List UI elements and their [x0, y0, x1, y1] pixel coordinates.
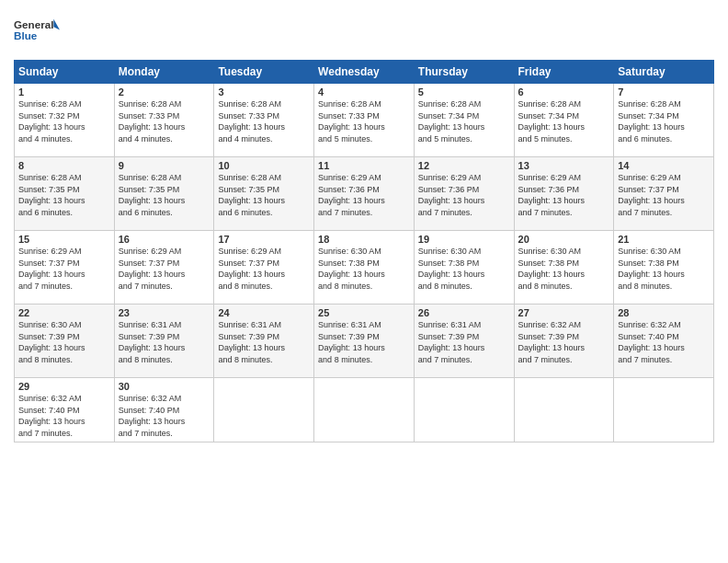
daylight-label: Daylight: 13 hours: [18, 196, 85, 205]
daylight-label: Daylight: 13 hours: [418, 122, 485, 132]
day-info: Sunrise: 6:30 AM Sunset: 7:38 PM Dayligh…: [518, 246, 610, 292]
daylight-minutes: and 4 minutes.: [18, 134, 73, 144]
daylight-minutes: and 4 minutes.: [119, 134, 173, 144]
day-info: Sunrise: 6:30 AM Sunset: 7:38 PM Dayligh…: [318, 246, 410, 292]
calendar-cell: 1 Sunrise: 6:28 AM Sunset: 7:32 PM Dayli…: [15, 84, 115, 157]
calendar-cell: 5 Sunrise: 6:28 AM Sunset: 7:34 PM Dayli…: [414, 84, 514, 157]
sunset-label: Sunset: 7:39 PM: [418, 332, 480, 341]
sunset-label: Sunset: 7:39 PM: [218, 332, 279, 341]
sunrise-label: Sunrise: 6:31 AM: [418, 320, 482, 329]
day-number: 1: [18, 86, 110, 98]
daylight-minutes: and 8 minutes.: [318, 282, 372, 291]
daylight-minutes: and 8 minutes.: [18, 355, 73, 364]
day-info: Sunrise: 6:28 AM Sunset: 7:32 PM Dayligh…: [18, 98, 110, 144]
sunrise-label: Sunrise: 6:28 AM: [518, 99, 582, 109]
sunset-label: Sunset: 7:38 PM: [618, 259, 679, 268]
daylight-minutes: and 8 minutes.: [618, 282, 672, 291]
sunset-label: Sunset: 7:37 PM: [218, 259, 279, 268]
day-info: Sunrise: 6:31 AM Sunset: 7:39 PM Dayligh…: [218, 319, 310, 365]
daylight-minutes: and 7 minutes.: [618, 208, 672, 217]
calendar-cell: 8 Sunrise: 6:28 AM Sunset: 7:35 PM Dayli…: [15, 157, 115, 231]
day-number: 24: [218, 307, 310, 318]
calendar-cell: 12 Sunrise: 6:29 AM Sunset: 7:36 PM Dayl…: [414, 157, 514, 231]
sunset-label: Sunset: 7:32 PM: [18, 111, 80, 121]
daylight-label: Daylight: 13 hours: [518, 270, 586, 279]
sunrise-label: Sunrise: 6:30 AM: [418, 247, 482, 256]
day-info: Sunrise: 6:32 AM Sunset: 7:39 PM Dayligh…: [518, 319, 610, 365]
sunset-label: Sunset: 7:36 PM: [318, 185, 380, 194]
sunrise-label: Sunrise: 6:29 AM: [418, 173, 482, 182]
col-header-saturday: Saturday: [614, 61, 714, 84]
svg-marker-2: [53, 19, 60, 30]
calendar-cell: 28 Sunrise: 6:32 AM Sunset: 7:40 PM Dayl…: [614, 304, 714, 378]
daylight-minutes: and 6 minutes.: [618, 134, 672, 144]
col-header-sunday: Sunday: [15, 61, 115, 84]
daylight-minutes: and 7 minutes.: [518, 208, 573, 217]
calendar-cell: 6 Sunrise: 6:28 AM Sunset: 7:34 PM Dayli…: [514, 84, 614, 157]
sunset-label: Sunset: 7:37 PM: [18, 259, 80, 268]
daylight-label: Daylight: 13 hours: [618, 196, 685, 205]
calendar-cell: 27 Sunrise: 6:32 AM Sunset: 7:39 PM Dayl…: [514, 304, 614, 378]
daylight-label: Daylight: 13 hours: [418, 196, 485, 205]
daylight-label: Daylight: 13 hours: [218, 270, 285, 279]
calendar-cell: 2 Sunrise: 6:28 AM Sunset: 7:33 PM Dayli…: [114, 84, 214, 157]
page: General Blue SundayMondayTuesdayWednesda…: [0, 0, 728, 563]
calendar-cell: 13 Sunrise: 6:29 AM Sunset: 7:36 PM Dayl…: [514, 157, 614, 231]
daylight-minutes: and 7 minutes.: [418, 208, 472, 217]
sunset-label: Sunset: 7:35 PM: [18, 185, 80, 194]
day-number: 22: [18, 307, 110, 318]
day-number: 28: [618, 307, 710, 318]
day-number: 30: [119, 381, 210, 392]
day-number: 19: [418, 234, 510, 245]
daylight-minutes: and 5 minutes.: [418, 134, 472, 144]
sunrise-label: Sunrise: 6:31 AM: [218, 320, 281, 329]
sunrise-label: Sunrise: 6:28 AM: [218, 173, 281, 182]
day-info: Sunrise: 6:28 AM Sunset: 7:34 PM Dayligh…: [518, 98, 610, 144]
day-info: Sunrise: 6:32 AM Sunset: 7:40 PM Dayligh…: [119, 393, 210, 439]
sunset-label: Sunset: 7:33 PM: [218, 111, 279, 121]
daylight-label: Daylight: 13 hours: [618, 270, 685, 279]
daylight-label: Daylight: 13 hours: [218, 196, 285, 205]
daylight-label: Daylight: 13 hours: [218, 343, 285, 352]
calendar-cell: 23 Sunrise: 6:31 AM Sunset: 7:39 PM Dayl…: [114, 304, 214, 378]
daylight-label: Daylight: 13 hours: [218, 122, 285, 132]
col-header-friday: Friday: [514, 61, 614, 84]
daylight-label: Daylight: 13 hours: [318, 270, 385, 279]
sunset-label: Sunset: 7:39 PM: [119, 332, 180, 341]
svg-text:Blue: Blue: [14, 29, 38, 41]
calendar-cell: 15 Sunrise: 6:29 AM Sunset: 7:37 PM Dayl…: [15, 231, 115, 304]
daylight-label: Daylight: 13 hours: [318, 122, 385, 132]
col-header-thursday: Thursday: [414, 61, 514, 84]
sunrise-label: Sunrise: 6:32 AM: [119, 394, 182, 403]
daylight-label: Daylight: 13 hours: [518, 122, 586, 132]
sunrise-label: Sunrise: 6:31 AM: [119, 320, 182, 329]
calendar-cell: 25 Sunrise: 6:31 AM Sunset: 7:39 PM Dayl…: [314, 304, 415, 378]
sunrise-label: Sunrise: 6:29 AM: [318, 173, 381, 182]
day-info: Sunrise: 6:29 AM Sunset: 7:36 PM Dayligh…: [318, 172, 410, 218]
daylight-label: Daylight: 13 hours: [618, 343, 685, 352]
daylight-minutes: and 8 minutes.: [518, 282, 573, 291]
day-info: Sunrise: 6:29 AM Sunset: 7:37 PM Dayligh…: [18, 246, 110, 292]
sunrise-label: Sunrise: 6:32 AM: [518, 320, 582, 329]
daylight-label: Daylight: 13 hours: [618, 122, 685, 132]
sunrise-label: Sunrise: 6:32 AM: [618, 320, 681, 329]
sunrise-label: Sunrise: 6:28 AM: [418, 99, 482, 109]
sunrise-label: Sunrise: 6:30 AM: [318, 247, 381, 256]
day-info: Sunrise: 6:31 AM Sunset: 7:39 PM Dayligh…: [318, 319, 410, 365]
day-number: 25: [318, 307, 410, 318]
daylight-label: Daylight: 13 hours: [18, 270, 85, 279]
daylight-minutes: and 4 minutes.: [218, 134, 272, 144]
day-info: Sunrise: 6:28 AM Sunset: 7:33 PM Dayligh…: [119, 98, 210, 144]
day-number: 21: [618, 234, 710, 245]
daylight-minutes: and 6 minutes.: [18, 208, 73, 217]
daylight-minutes: and 7 minutes.: [518, 355, 573, 364]
sunset-label: Sunset: 7:33 PM: [119, 111, 180, 121]
day-number: 27: [518, 307, 610, 318]
day-number: 14: [618, 160, 710, 171]
sunset-label: Sunset: 7:37 PM: [618, 185, 679, 194]
calendar-cell: 30 Sunrise: 6:32 AM Sunset: 7:40 PM Dayl…: [114, 378, 214, 442]
sunset-label: Sunset: 7:37 PM: [119, 259, 180, 268]
day-info: Sunrise: 6:28 AM Sunset: 7:35 PM Dayligh…: [18, 172, 110, 218]
calendar-cell: [614, 378, 714, 442]
day-info: Sunrise: 6:31 AM Sunset: 7:39 PM Dayligh…: [119, 319, 210, 365]
